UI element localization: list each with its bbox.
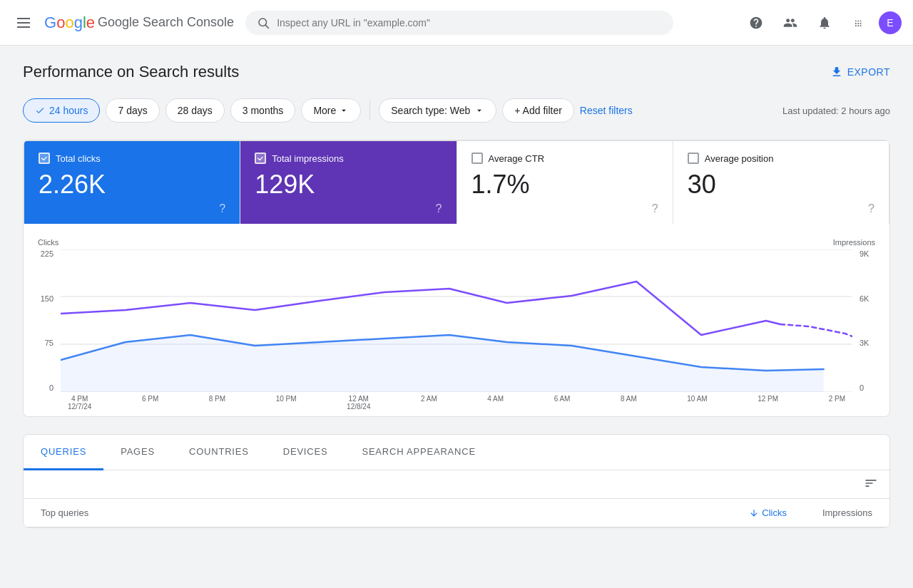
metrics-chart-container: Total clicks 2.26K ? Total impressions 1… [23,140,890,417]
sort-button[interactable] [864,476,878,492]
ctr-value: 1.7% [471,170,658,200]
add-filter-button[interactable]: + Add filter [502,98,574,123]
th-impressions: Impressions [787,507,872,518]
metric-total-impressions[interactable]: Total impressions 129K ? [240,141,456,224]
x-label-7: 6 AM [554,395,571,411]
impressions-axis-label: Impressions [833,238,875,247]
x-label-1: 6 PM [142,395,158,411]
filter-7days[interactable]: 7 days [106,98,159,123]
x-label-8: 8 AM [621,395,637,411]
impressions-label: Total impressions [272,153,343,164]
tab-search-appearance[interactable]: SEARCH APPEARANCE [345,435,493,470]
search-icon [257,16,270,29]
impressions-checkbox[interactable] [255,153,266,164]
header-icons: E [742,9,902,37]
tab-countries[interactable]: COUNTRIES [172,435,266,470]
y-axis-left: 225 150 75 0 [38,249,61,392]
main-content: Performance on Search results EXPORT 24 … [0,46,913,545]
search-type-chevron-icon [474,105,484,115]
ctr-help-icon[interactable]: ? [652,202,658,215]
logo-g: G [44,14,56,32]
svg-line-1 [266,25,269,28]
page-header: Performance on Search results EXPORT [23,63,890,81]
apps-button[interactable] [845,9,873,37]
position-help-icon[interactable]: ? [868,202,874,215]
users-button[interactable] [776,9,805,37]
menu-button[interactable] [11,12,36,33]
tabs-container: QUERIES PAGES COUNTRIES DEVICES SEARCH A… [23,434,890,528]
check-icon [257,155,264,162]
x-label-0: 4 PM 12/7/24 [68,395,91,411]
filters-bar: 24 hours 7 days 28 days 3 months More Se… [23,98,890,123]
export-button[interactable]: EXPORT [830,66,890,78]
search-type-filter[interactable]: Search type: Web [379,98,496,123]
position-value: 30 [688,170,874,200]
x-label-3: 10 PM [276,395,297,411]
tab-devices[interactable]: DEVICES [266,435,345,470]
sort-arrow-icon [749,508,759,518]
last-updated: Last updated: 2 hours ago [782,105,890,116]
metrics-row: Total clicks 2.26K ? Total impressions 1… [24,140,889,224]
check-icon [35,105,45,115]
app-header: Google Google Search Console E [0,0,913,46]
x-label-4: 12 AM 12/8/24 [347,395,370,411]
page-title: Performance on Search results [23,63,239,81]
help-button[interactable] [742,9,770,37]
export-icon [830,66,843,78]
position-label: Average position [705,153,774,164]
avatar[interactable]: E [879,11,902,34]
filter-24hours[interactable]: 24 hours [23,98,100,123]
th-queries: Top queries [41,507,701,518]
reset-filters-button[interactable]: Reset filters [580,105,633,116]
clicks-value: 2.26K [39,170,225,200]
svg-marker-6 [61,335,824,392]
app-name: Google Search Console [98,15,234,30]
metric-avg-ctr[interactable]: Average CTR 1.7% ? [457,141,673,224]
ctr-label: Average CTR [489,153,545,164]
header-left: Google Google Search Console [11,12,234,33]
chart-section: Clicks Impressions 225 150 75 0 [24,224,889,416]
table-header: Top queries Clicks Impressions [24,499,889,527]
check-icon [41,155,48,162]
x-label-10: 12 PM [758,395,778,411]
x-label-5: 2 AM [421,395,437,411]
filter-divider [369,100,370,120]
metric-total-clicks[interactable]: Total clicks 2.26K ? [24,141,240,224]
y-axis-right: 9K 6K 3K 0 [852,249,875,392]
x-label-11: 2 PM [829,395,845,411]
th-clicks: Clicks [701,507,787,518]
chevron-down-icon [339,105,349,115]
clicks-axis-label: Clicks [38,238,58,247]
clicks-help-icon[interactable]: ? [219,202,225,215]
tabs-row: QUERIES PAGES COUNTRIES DEVICES SEARCH A… [24,435,889,470]
impressions-value: 129K [255,170,442,200]
position-checkbox[interactable] [688,153,699,164]
tab-queries[interactable]: QUERIES [24,435,103,470]
filter-more[interactable]: More [301,98,361,123]
notifications-button[interactable] [810,9,839,37]
filter-28days[interactable]: 28 days [165,98,225,123]
clicks-checkbox[interactable] [39,153,50,164]
x-label-6: 4 AM [487,395,504,411]
x-label-9: 10 AM [687,395,707,411]
sort-icon [864,476,878,490]
chart-svg [61,249,852,392]
x-label-2: 8 PM [209,395,225,411]
chart-area [61,249,852,392]
tab-toolbar [24,470,889,499]
impressions-help-icon[interactable]: ? [436,202,442,215]
x-axis-labels: 4 PM 12/7/24 6 PM 8 PM 10 PM 12 AM 12/8/ [38,395,875,411]
filter-3months[interactable]: 3 months [230,98,296,123]
search-bar[interactable] [245,11,673,35]
clicks-label: Total clicks [56,153,101,164]
google-logo: Google Google Search Console [44,14,234,32]
tab-pages[interactable]: PAGES [103,435,172,470]
ctr-checkbox[interactable] [471,153,483,164]
search-input[interactable] [277,17,662,29]
metric-avg-position[interactable]: Average position 30 ? [673,141,889,224]
